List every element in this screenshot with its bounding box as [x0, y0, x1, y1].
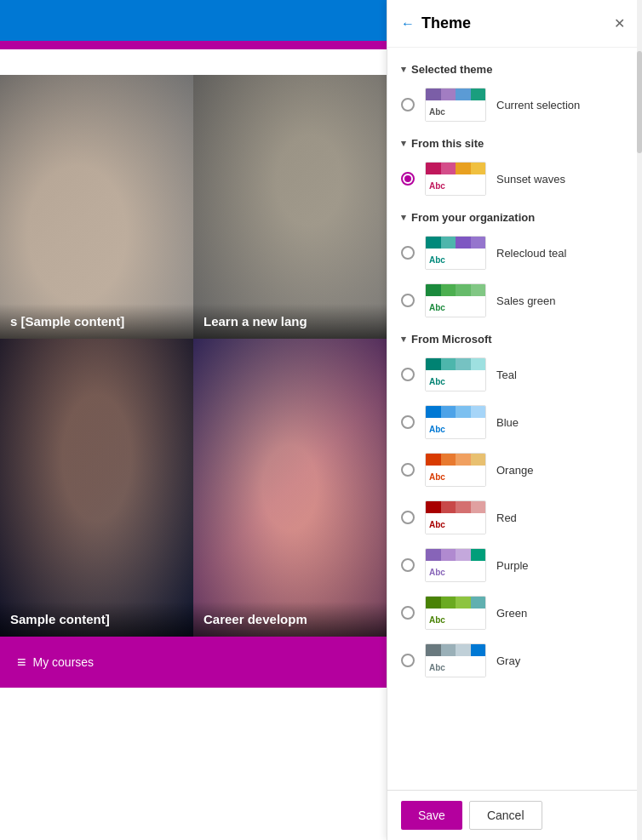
section-org-label: From your organization	[411, 211, 535, 224]
swatch-orange-3	[456, 454, 471, 466]
swatch-top-gray	[426, 644, 485, 656]
swatch-abc-blue: Abc	[426, 418, 485, 439]
theme-name-teal: Teal	[496, 369, 517, 381]
top-bar	[0, 0, 387, 41]
swatch-purple-3	[456, 549, 471, 561]
theme-option-red[interactable]: Abc Red	[387, 494, 642, 541]
chevron-ms-icon: ▾	[401, 334, 406, 345]
swatch-green-4	[471, 597, 486, 609]
bottom-nav[interactable]: ≡ My courses	[0, 637, 387, 688]
swatch-top-teal	[426, 358, 485, 370]
radio-blue[interactable]	[401, 415, 415, 429]
swatch-sunset-3	[456, 163, 471, 174]
swatch-color-3	[456, 89, 471, 100]
magenta-bar	[0, 41, 387, 49]
radio-relecloud[interactable]	[401, 246, 415, 260]
swatch-gray: Abc	[425, 643, 486, 677]
swatch-sg-1	[426, 284, 441, 296]
swatch-abc-relecloud: Abc	[426, 249, 485, 270]
radio-current[interactable]	[401, 98, 415, 111]
swatch-color-4	[471, 89, 486, 100]
card-label-2: Learn a new lang	[193, 304, 387, 339]
panel-title-row: ← Theme	[401, 14, 471, 32]
theme-option-relecloud[interactable]: Abc Relecloud teal	[387, 229, 642, 277]
swatch-orange: Abc	[425, 453, 486, 487]
swatch-top-relecloud	[426, 237, 485, 249]
swatch-blue-3	[456, 406, 471, 418]
cancel-button[interactable]: Cancel	[469, 801, 542, 830]
radio-orange[interactable]	[401, 463, 415, 477]
back-arrow-icon[interactable]: ←	[401, 16, 415, 31]
swatch-top-red	[426, 501, 485, 513]
theme-option-purple[interactable]: Abc Purple	[387, 541, 642, 589]
radio-sunset[interactable]	[401, 172, 415, 186]
theme-name-gray: Gray	[496, 654, 520, 667]
swatch-top-sales-green	[426, 284, 485, 296]
card-1[interactable]: s [Sample content]	[0, 75, 193, 339]
theme-name-current: Current selection	[496, 99, 580, 111]
swatch-green: Abc	[425, 596, 486, 630]
radio-sales-green[interactable]	[401, 294, 415, 307]
swatch-abc-orange: Abc	[426, 466, 485, 487]
swatch-sg-2	[441, 284, 456, 296]
radio-gray[interactable]	[401, 654, 415, 667]
swatch-top-current	[426, 89, 485, 100]
chevron-org-icon: ▾	[401, 212, 406, 223]
swatch-teal-2	[441, 358, 456, 370]
panel-footer: Save Cancel	[387, 790, 642, 840]
theme-name-green: Green	[496, 607, 527, 620]
theme-name-blue: Blue	[496, 416, 519, 429]
swatch-blue-1	[426, 406, 441, 418]
section-ms-label: From Microsoft	[411, 333, 492, 346]
swatch-abc-gray: Abc	[426, 656, 485, 677]
theme-option-blue[interactable]: Abc Blue	[387, 398, 642, 446]
chevron-site-icon: ▾	[401, 138, 406, 149]
section-from-ms: ▾ From Microsoft	[387, 324, 642, 351]
swatch-teal-3	[456, 358, 471, 370]
save-button[interactable]: Save	[401, 801, 462, 830]
swatch-blue-2	[441, 406, 456, 418]
radio-teal[interactable]	[401, 368, 415, 381]
swatch-sunset-4	[471, 163, 486, 174]
swatch-gray-3	[456, 644, 471, 656]
card-3[interactable]: Sample content]	[0, 339, 193, 637]
main-content: s [Sample content] Learn a new lang Samp…	[0, 0, 387, 840]
swatch-gray-1	[426, 644, 441, 656]
radio-purple[interactable]	[401, 558, 415, 572]
card-2[interactable]: Learn a new lang	[193, 75, 387, 339]
swatch-red-4	[471, 501, 486, 513]
swatch-sg-4	[471, 284, 486, 296]
swatch-purple-2	[441, 549, 456, 561]
swatch-purple: Abc	[425, 548, 486, 582]
section-selected-label: Selected theme	[411, 63, 492, 76]
theme-option-current[interactable]: Abc Current selection	[387, 81, 642, 129]
radio-green[interactable]	[401, 606, 415, 620]
swatch-top-sunset	[426, 163, 485, 174]
swatch-orange-2	[441, 454, 456, 466]
close-button[interactable]: ✕	[610, 12, 628, 35]
radio-red[interactable]	[401, 511, 415, 524]
theme-option-orange[interactable]: Abc Orange	[387, 446, 642, 494]
panel-title: Theme	[421, 14, 471, 32]
theme-name-sales-green: Sales green	[496, 294, 555, 307]
theme-panel: ← Theme ✕ ▾ Selected theme Abc Current s…	[387, 0, 642, 840]
swatch-orange-4	[471, 454, 486, 466]
theme-option-sunset[interactable]: Abc Sunset waves	[387, 155, 642, 203]
theme-option-green[interactable]: Abc Green	[387, 589, 642, 637]
section-from-org: ▾ From your organization	[387, 203, 642, 229]
swatch-gray-2	[441, 644, 456, 656]
swatch-sunset-2	[441, 163, 456, 174]
swatch-red-2	[441, 501, 456, 513]
card-4[interactable]: Career developm	[193, 339, 387, 637]
theme-option-teal[interactable]: Abc Teal	[387, 351, 642, 398]
theme-name-sunset: Sunset waves	[496, 173, 565, 186]
theme-option-sales-green[interactable]: Abc Sales green	[387, 277, 642, 324]
swatch-color-2	[441, 89, 456, 100]
section-from-site: ▾ From this site	[387, 129, 642, 155]
swatch-blue: Abc	[425, 405, 486, 439]
swatch-purple-4	[471, 549, 486, 561]
theme-option-gray[interactable]: Abc Gray	[387, 637, 642, 684]
swatch-abc-sunset: Abc	[426, 174, 485, 196]
swatch-red-3	[456, 501, 471, 513]
swatch-gray-4	[471, 644, 486, 656]
